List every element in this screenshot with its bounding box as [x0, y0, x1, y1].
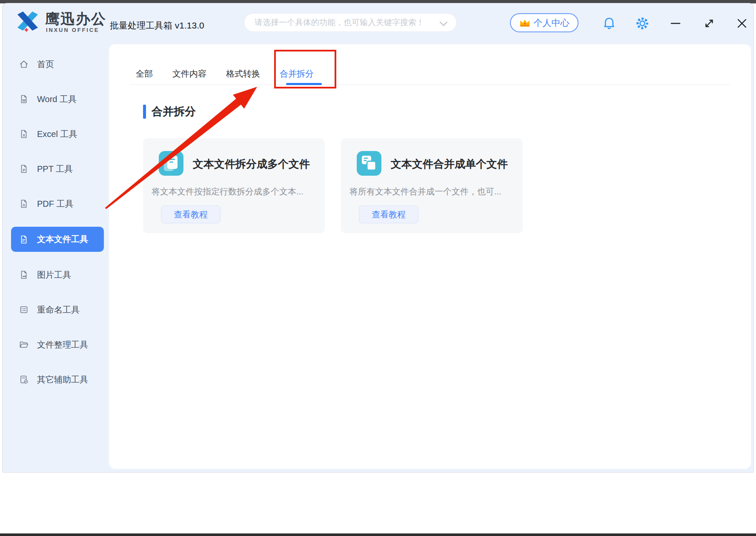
app-name-en: INXUN OFFICE: [46, 27, 99, 33]
sidebar-item-label: 文本文件工具: [37, 234, 88, 245]
card-title: 文本文件合并成单个文件: [391, 157, 508, 170]
sidebar-item-word-tools[interactable]: W Word 工具: [11, 87, 104, 111]
helper-doc-check-icon: [19, 374, 29, 385]
svg-text:W: W: [22, 98, 26, 103]
rename-list-icon: [19, 305, 29, 315]
sidebar-item-excel-tools[interactable]: X Excel 工具: [11, 122, 104, 146]
crown-icon: [519, 19, 530, 27]
feature-card-merge-text-file[interactable]: 文本文件合并成单个文件 将所有文本文件合并成一个文件，也可... 查看教程: [341, 138, 523, 233]
active-tab-underline: [286, 83, 322, 85]
close-icon: [736, 18, 747, 29]
pdf-file-icon: A: [19, 199, 29, 209]
tab-merge-split[interactable]: 合并拆分: [280, 62, 314, 85]
view-tutorial-button[interactable]: 查看教程: [161, 205, 220, 223]
sidebar-item-label: 文件整理工具: [37, 339, 88, 351]
svg-text:X: X: [23, 133, 25, 137]
sidebar-item-label: 重命名工具: [37, 304, 80, 316]
folder-open-icon: [19, 339, 29, 350]
content-panel: [109, 44, 751, 469]
svg-text:P: P: [23, 168, 25, 172]
background-window-remnant: [0, 0, 756, 3]
window-title: 批量处理工具箱 v1.13.0: [110, 20, 204, 31]
chevron-down-icon[interactable]: [439, 21, 448, 26]
sidebar-item-file-organize-tools[interactable]: 文件整理工具: [11, 333, 104, 356]
view-tutorial-button[interactable]: 查看教程: [359, 205, 418, 223]
ppt-file-icon: P: [19, 164, 29, 174]
notifications-button[interactable]: [601, 15, 617, 31]
sidebar-item-label: 图片工具: [37, 269, 71, 281]
sidebar-item-label: PPT 工具: [37, 163, 73, 175]
card-description: 将文本文件按指定行数拆分成多个文本...: [152, 186, 304, 197]
close-button[interactable]: [734, 15, 750, 31]
section-accent-bar: [143, 105, 146, 119]
sidebar-item-image-tools[interactable]: 图片工具: [11, 263, 104, 287]
text-file-icon: [19, 234, 29, 245]
sidebar-item-home[interactable]: 首页: [11, 52, 104, 76]
card-description: 将所有文本文件合并成一个文件，也可...: [349, 186, 501, 197]
user-center-button[interactable]: 个人中心: [510, 13, 578, 32]
settings-button[interactable]: [634, 15, 650, 31]
card-title: 文本文件拆分成多个文件: [193, 157, 310, 170]
minimize-button[interactable]: [667, 15, 684, 31]
tab-file-content[interactable]: 文件内容: [172, 62, 206, 85]
sidebar-item-label: Excel 工具: [37, 128, 77, 140]
sidebar-item-ppt-tools[interactable]: P PPT 工具: [11, 157, 104, 181]
svg-text:A: A: [23, 203, 25, 207]
user-center-label: 个人中心: [534, 17, 570, 29]
sidebar-item-rename-tools[interactable]: 重命名工具: [11, 298, 104, 322]
word-file-icon: W: [19, 94, 29, 104]
excel-file-icon: X: [19, 129, 29, 139]
app-logo-icon: [15, 9, 40, 33]
gear-icon: [635, 16, 650, 31]
maximize-icon: [704, 18, 715, 29]
sidebar-item-label: Word 工具: [37, 94, 77, 105]
merge-file-icon: [357, 151, 381, 176]
maximize-button[interactable]: [701, 15, 717, 31]
app-name: 鹰迅办公: [45, 11, 106, 26]
section-title: 合并拆分: [152, 105, 196, 119]
feature-card-split-text-file[interactable]: 文本文件拆分成多个文件 将文本文件按指定行数拆分成多个文本... 查看教程: [143, 138, 325, 233]
split-file-icon: [159, 151, 183, 176]
tabs-divider: [129, 84, 730, 85]
tab-all[interactable]: 全部: [136, 62, 153, 85]
search-input[interactable]: [255, 14, 442, 31]
image-file-icon: [19, 270, 29, 280]
sidebar-item-other-helper-tools[interactable]: 其它辅助工具: [11, 368, 104, 391]
sidebar: 首页 W Word 工具 X Excel 工具 P PPT 工具: [11, 52, 104, 402]
sidebar-item-label: PDF 工具: [37, 198, 74, 210]
tab-format-convert[interactable]: 格式转换: [226, 62, 260, 85]
sidebar-item-pdf-tools[interactable]: A PDF 工具: [11, 192, 104, 216]
sidebar-item-text-file-tools[interactable]: 文本文件工具: [11, 227, 104, 252]
function-search-box[interactable]: [244, 13, 457, 32]
category-tabs: 全部 文件内容 格式转换 合并拆分: [136, 62, 314, 85]
home-icon: [19, 59, 29, 69]
minimize-icon: [670, 18, 681, 29]
app-window: 鹰迅办公 INXUN OFFICE 批量处理工具箱 v1.13.0 个人中心: [3, 3, 753, 472]
sidebar-item-label: 其它辅助工具: [37, 374, 88, 385]
bell-icon: [603, 17, 616, 30]
sidebar-item-label: 首页: [37, 59, 54, 70]
taskbar-edge: [0, 533, 756, 536]
